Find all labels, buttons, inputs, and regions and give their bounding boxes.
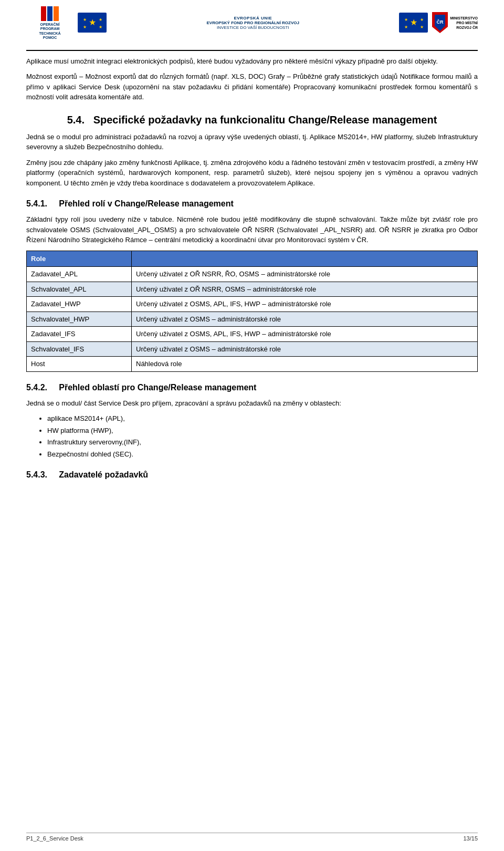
- role-desc: Určený uživatel z OŘ NSRR, OSMS – admini…: [132, 282, 478, 297]
- svg-text:ČR: ČR: [437, 19, 444, 25]
- optp-text3: TECHNICKÁ: [39, 32, 60, 36]
- bar-orange: [54, 6, 59, 21]
- table-row: Schvalovatel_HWPUrčený uživatel z OSMS –…: [27, 312, 478, 327]
- optp-text4: POMOC: [43, 36, 57, 40]
- role-name: Zadavatel_HWP: [27, 297, 132, 312]
- svg-text:★: ★: [98, 25, 102, 29]
- bar-red: [41, 6, 46, 21]
- svg-text:★: ★: [419, 17, 423, 22]
- svg-text:★: ★: [89, 18, 96, 27]
- list-item: HW platforma (HWP),: [47, 426, 478, 436]
- list-item: Infrastruktury serverovny,(INF),: [47, 437, 478, 448]
- paragraph-2: Možnost exportů – Možnost exportů dat do…: [26, 71, 478, 102]
- section-541-title: Přehled rolí v Change/Release management: [59, 199, 234, 208]
- eu-line1: EVROPSKÁ UNIE: [117, 16, 388, 20]
- paragraph-1: Aplikace musí umožnit integraci elektron…: [26, 56, 478, 67]
- page-footer: P1_2_6_Service Desk 13/15: [26, 833, 478, 842]
- role-name: Schvalovatel_IFS: [27, 341, 132, 357]
- role-desc: Určený uživatel z OSMS – administrátorsk…: [132, 312, 478, 327]
- eu-line3: INVESTICE DO VAŠÍ BUDOUCNOSTI: [117, 25, 388, 30]
- optp-bars: [41, 6, 59, 21]
- eu-line2: EVROPSKÝ FOND PRO REGIONÁLNÍ ROZVOJ: [117, 20, 388, 25]
- footer-right: 13/15: [463, 835, 478, 842]
- optp-logo: OPERAČNÍ PROGRAM TECHNICKÁ POMOC: [26, 5, 74, 40]
- svg-text:★: ★: [410, 18, 417, 27]
- list-item: Bezpečnostní dohled (SEC).: [47, 449, 478, 460]
- optp-text: OPERAČNÍ: [40, 23, 60, 27]
- section-542-list: aplikace MS2014+ (APL),HW platforma (HWP…: [47, 413, 478, 459]
- page: OPERAČNÍ PROGRAM TECHNICKÁ POMOC ★ ★ ★ ★…: [0, 0, 504, 851]
- table-row: Schvalovatel_IFSUrčený uživatel z OSMS –…: [27, 341, 478, 357]
- optp-text2: PROGRAM: [40, 27, 60, 31]
- section-542-heading: 5.4.2. Přehled oblastí pro Change/Releas…: [26, 381, 478, 394]
- header-logos-left: OPERAČNÍ PROGRAM TECHNICKÁ POMOC ★ ★ ★ ★…: [26, 5, 107, 40]
- section-541-p1: Základní typy rolí jsou uvedeny níže v t…: [26, 214, 478, 245]
- table-row: Zadavatel_HWPUrčený uživatel z OSMS, APL…: [27, 297, 478, 312]
- svg-text:★: ★: [82, 25, 86, 29]
- svg-text:★: ★: [419, 25, 423, 29]
- section-54-p2: Změny jsou zde chápány jako změny funkčn…: [26, 158, 478, 189]
- footer-left: P1_2_6_Service Desk: [26, 835, 83, 842]
- section-542-title: Přehled oblastí pro Change/Release manag…: [59, 383, 256, 392]
- section-541-heading: 5.4.1. Přehled rolí v Change/Release man…: [26, 198, 478, 210]
- header-logos-right: ★ ★ ★ ★ ★ ČR: [399, 12, 478, 33]
- svg-text:★: ★: [98, 17, 102, 22]
- section-54-number: 5.4.: [67, 114, 85, 126]
- table-row: Zadavatel_APLUrčený uživatel z OŘ NSRR, …: [27, 267, 478, 282]
- svg-text:★: ★: [82, 17, 86, 22]
- table-row: Schvalovatel_APLUrčený uživatel z OŘ NSR…: [27, 282, 478, 297]
- page-content: Aplikace musí umožnit integraci elektron…: [26, 56, 478, 482]
- role-name: Zadavatel_IFS: [27, 327, 132, 342]
- mmr-logo: ČR MINISTERSTVO PRO MÍSTNÍ ROZVOJ ČR: [432, 12, 478, 33]
- table-header-role: Role: [27, 251, 132, 267]
- role-name: Schvalovatel_HWP: [27, 312, 132, 327]
- page-header: OPERAČNÍ PROGRAM TECHNICKÁ POMOC ★ ★ ★ ★…: [26, 0, 478, 46]
- role-desc: Náhledová role: [132, 357, 478, 372]
- section-54-heading-container: 5.4. Specifické požadavky na funkcionali…: [26, 113, 478, 127]
- table-row: Zadavatel_IFSUrčený uživatel z OSMS, APL…: [27, 327, 478, 342]
- header-center: EVROPSKÁ UNIE EVROPSKÝ FOND PRO REGIONÁL…: [107, 16, 399, 30]
- section-542-number: 5.4.2.: [26, 383, 47, 392]
- eu-flag-left: ★ ★ ★ ★ ★: [78, 13, 107, 33]
- section-541-number: 5.4.1.: [26, 199, 47, 208]
- section-543-title: Zadavatelé požadavků: [59, 470, 148, 479]
- table-row: HostNáhledová role: [27, 357, 478, 372]
- section-543-number: 5.4.3.: [26, 470, 47, 479]
- role-name: Host: [27, 357, 132, 372]
- role-desc: Určený uživatel z OSMS – administrátorsk…: [132, 341, 478, 357]
- role-name: Schvalovatel_APL: [27, 282, 132, 297]
- svg-text:★: ★: [404, 25, 407, 29]
- section-543-heading: 5.4.3. Zadavatelé požadavků: [26, 469, 478, 481]
- roles-table: Role Zadavatel_APLUrčený uživatel z OŘ N…: [26, 251, 478, 372]
- role-desc: Určený uživatel z OSMS, APL, IFS, HWP – …: [132, 327, 478, 342]
- list-item: aplikace MS2014+ (APL),: [47, 413, 478, 424]
- section-54-heading: 5.4. Specifické požadavky na funkcionali…: [26, 113, 478, 127]
- mmr-text: MINISTERSTVO PRO MÍSTNÍ ROZVOJ ČR: [450, 16, 478, 30]
- section-54-title: Specifické požadavky na funkcionalitu Ch…: [93, 114, 437, 126]
- role-name: Zadavatel_APL: [27, 267, 132, 282]
- header-divider: [26, 50, 478, 51]
- role-desc: Určený uživatel z OŘ NSRR, ŘO, OSMS – ad…: [132, 267, 478, 282]
- eu-flag-right: ★ ★ ★ ★ ★: [399, 13, 428, 33]
- bar-blue: [47, 6, 52, 21]
- table-header-desc: [132, 251, 478, 267]
- svg-text:★: ★: [404, 17, 407, 22]
- section-54-p1: Jedná se o modul pro administraci požada…: [26, 132, 478, 152]
- section-542-p1: Jedná se o modul/ část Service Desk pro …: [26, 398, 478, 409]
- role-desc: Určený uživatel z OSMS, APL, IFS, HWP – …: [132, 297, 478, 312]
